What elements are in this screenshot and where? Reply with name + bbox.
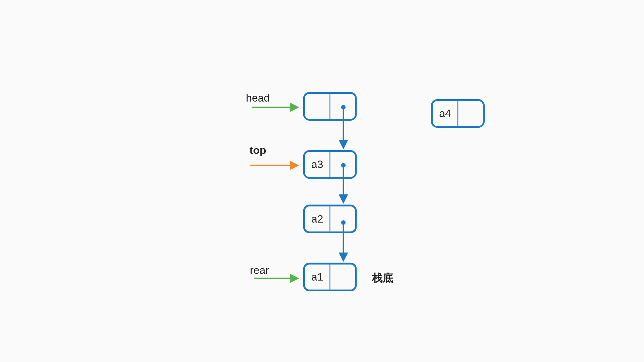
arrows-overlay — [0, 0, 644, 362]
node-head-value — [305, 94, 329, 119]
label-rear: rear — [250, 264, 269, 277]
diagram-canvas: head top rear 栈底 a3 a2 a1 a4 — [0, 0, 644, 362]
label-head: head — [246, 92, 270, 104]
node-a2: a2 — [303, 205, 357, 233]
node-a3: a3 — [303, 150, 357, 179]
label-top: top — [250, 144, 266, 156]
node-a4-pointer — [458, 101, 483, 126]
node-head — [303, 92, 357, 121]
node-a1-pointer — [330, 264, 355, 290]
node-a1: a1 — [303, 263, 357, 291]
node-a3-value: a3 — [305, 152, 329, 177]
node-a4: a4 — [431, 99, 485, 128]
node-a3-pointer — [330, 152, 355, 177]
node-a4-value: a4 — [433, 101, 457, 126]
node-head-pointer — [330, 94, 355, 119]
node-a2-value: a2 — [305, 206, 329, 232]
label-stack-bottom: 栈底 — [372, 271, 393, 285]
node-a2-pointer — [330, 206, 355, 232]
node-a1-value: a1 — [305, 264, 329, 290]
